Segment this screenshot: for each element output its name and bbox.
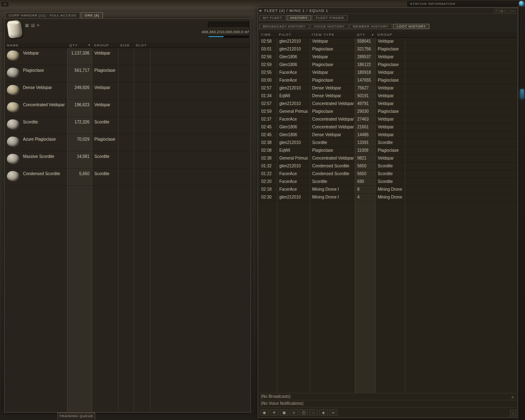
column-header-slot[interactable]: SLOT	[134, 43, 150, 47]
tab-ore-8[interactable]: ORE [8]	[81, 12, 103, 18]
column-header-qty-label: QTY	[69, 43, 78, 47]
table-row[interactable]: 01:32glen212010Condensed Scordite5650Sco…	[259, 162, 517, 170]
table-row[interactable]: Dense Veldspar249,926Veldspar	[5, 82, 250, 100]
table-row[interactable]: 02:18FacerAceMining Drone I8Mining Drone	[259, 186, 517, 194]
loot-group: Veldspar	[375, 53, 405, 61]
item-name: Dense Veldspar	[23, 84, 52, 90]
collapse-triangle-icon[interactable]: ▶	[260, 9, 262, 12]
table-row[interactable]: 03:00FacerAcePlagioclase147655Plagioclas…	[259, 77, 517, 84]
table-row[interactable]: 01:34EqWilDense Veldspar50191Veldspar	[259, 92, 517, 100]
voice-status-text: (No Voice Notifications)	[261, 401, 304, 406]
table-row[interactable]: 02:45Glen1806Concentrated Veldspar21661V…	[259, 123, 517, 131]
loot-group: Veldspar	[375, 155, 405, 162]
item-group: Scordite	[92, 117, 118, 134]
loot-qty: 27463	[355, 116, 375, 123]
table-row[interactable]: 02:59General PrimusPlagioclase29030Plagi…	[259, 108, 517, 116]
loot-pilot: glen212010	[277, 84, 310, 92]
column-header-item-type[interactable]: ITEM TYPE	[310, 33, 355, 37]
column-header-qty[interactable]: QTY ▼	[67, 43, 92, 47]
table-row[interactable]: 02:59Glen1806Plagioclase186122Plagioclas…	[259, 61, 517, 69]
close-button[interactable]: ×	[511, 9, 516, 13]
loot-time: 01:32	[259, 162, 277, 170]
subtab-broadcast-history[interactable]: BROADCAST HISTORY	[259, 24, 309, 29]
table-row[interactable]: 03:01glen212010Plagioclase321756Plagiocl…	[259, 46, 517, 53]
search-input[interactable]	[208, 22, 249, 28]
loot-qty: 186122	[355, 61, 375, 68]
column-header-group[interactable]: GROUP	[92, 43, 118, 47]
table-row[interactable]: 02:55FacerAceVeldspar180918Veldspar	[259, 69, 517, 77]
collapse-chevron-icon[interactable]: »	[509, 396, 516, 399]
details-view-icon[interactable]: ≡	[37, 23, 39, 27]
subtab-loot-history[interactable]: LOOT HISTORY	[393, 24, 429, 29]
tab-my-fleet[interactable]: MY FLEET	[259, 15, 286, 21]
loot-pilot: glen212010	[277, 100, 310, 107]
capacity-bar	[208, 36, 249, 38]
column-header-time[interactable]: TIME	[259, 33, 277, 37]
column-header-qty[interactable]: QTY ▼	[355, 33, 375, 37]
table-row[interactable]: 02:20FacerAceScordite690Scordite	[259, 178, 517, 186]
loot-qty: 11009	[355, 147, 375, 154]
table-row[interactable]: 02:38glen212010Scordite13391Scordite	[259, 139, 517, 147]
info-icon[interactable]: i	[519, 1, 524, 6]
loot-qty: 321756	[355, 46, 375, 53]
table-row[interactable]: Concentrated Veldspar196,623Veldspar	[5, 100, 250, 117]
table-row[interactable]: 02:57glen212010Dense Veldspar75627Veldsp…	[259, 84, 517, 92]
table-row[interactable]: 02:37FacerAceConcentrated Veldspar27463V…	[259, 116, 517, 123]
subtab-member-history[interactable]: MEMBER HISTORY	[349, 24, 393, 29]
station-info-bar[interactable]: STATION INFORMATION	[407, 1, 518, 7]
item-qty: 172,326	[67, 117, 92, 134]
broadcast-status-line[interactable]: (No Broadcasts) »	[259, 393, 517, 400]
tab-corp-hangar-11-full-access[interactable]: CORP HANGAR [11] - FULL ACCESS	[5, 12, 80, 18]
loot-time: 02:57	[259, 84, 277, 92]
table-row[interactable]: Azure Plagioclase70,029Plagioclase	[5, 134, 250, 151]
loot-time: 02:59	[259, 61, 277, 68]
fleet-titlebar[interactable]: ▶ FLEET (4) / WING 1 / SQUAD 1 ?◎−×	[258, 8, 518, 14]
pin-button[interactable]: ◎	[500, 9, 504, 13]
column-header-pilot[interactable]: PILOT	[277, 33, 310, 37]
loot-time: 02:38	[259, 155, 277, 162]
broadcast-hold-icon[interactable]: ≡	[290, 409, 298, 415]
broadcast-eye-icon[interactable]: ◉	[260, 409, 269, 415]
column-header-group[interactable]: GROUP	[375, 33, 405, 37]
minimize-button[interactable]: −	[505, 9, 510, 13]
loot-pilot: Glen1806	[277, 61, 310, 68]
table-row[interactable]: 01:22FacerAceCondensed Scordite5650Scord…	[259, 170, 517, 178]
grid-view-icon[interactable]: ▦	[25, 23, 29, 27]
column-header-name[interactable]: NAME	[5, 43, 67, 47]
neocom-expander[interactable]: »	[1, 1, 9, 7]
table-row[interactable]: Scordite172,326Scordite	[5, 117, 250, 134]
table-row[interactable]: Condensed Scordite5,650Scordite	[5, 169, 250, 186]
side-panel-accent[interactable]	[520, 89, 524, 98]
table-row[interactable]: Plagioclase561,717Plagioclase	[5, 65, 250, 82]
tab-history[interactable]: HISTORY	[287, 15, 311, 21]
table-row[interactable]: 02:58glen212010Veldspar558041Veldspar	[259, 38, 517, 46]
table-row[interactable]: 02:56Glen1806Veldspar289537Veldspar	[259, 53, 517, 61]
broadcast-travel-icon[interactable]: ∴	[309, 409, 318, 415]
column-header-size[interactable]: SIZE	[118, 43, 134, 47]
loot-item-type: Plagioclase	[310, 61, 355, 68]
help-button[interactable]: ?	[494, 9, 499, 13]
table-row[interactable]: 02:57glen212010Concentrated Veldspar4979…	[259, 100, 517, 108]
broadcast-share-icon[interactable]: ∞	[329, 409, 338, 415]
subtab-voice-history[interactable]: VOICE HISTORY	[310, 24, 348, 29]
table-row[interactable]: Veldspar1,137,336Veldspar	[5, 48, 250, 65]
tab-fleet-finder[interactable]: FLEET FINDER	[312, 15, 348, 21]
loot-time: 02:20	[259, 178, 277, 185]
scroll-down-button[interactable]: ↓	[510, 410, 516, 416]
table-row[interactable]: 02:08EqWilPlagioclase11009Plagioclase	[259, 147, 517, 155]
table-row[interactable]: 02:30glen212010Mining Drone I4Mining Dro…	[259, 194, 517, 201]
table-row[interactable]: Massive Scordite14,581Scordite	[5, 151, 250, 169]
voice-status-line[interactable]: (No Voice Notifications)	[259, 400, 517, 407]
item-name: Concentrated Veldspar	[23, 101, 65, 107]
loot-qty: 147655	[355, 77, 375, 84]
list-view-icon[interactable]: ▤	[31, 23, 34, 27]
training-queue-tab[interactable]: TRAINING QUEUE	[57, 413, 95, 420]
view-mode-icons: ▦▤≡	[25, 23, 39, 27]
broadcast-info-icon[interactable]: ⓘ	[299, 409, 308, 415]
broadcast-loot-icon[interactable]: ▣	[280, 409, 288, 415]
broadcast-capacitor-icon[interactable]: ◈	[319, 409, 328, 415]
table-row[interactable]: 02:45Glen1806Dense Veldspar14485Veldspar	[259, 131, 517, 139]
broadcast-target-icon[interactable]: ✛	[270, 409, 278, 415]
loot-group: Veldspar	[375, 69, 405, 76]
table-row[interactable]: 02:38General PrimusConcentrated Veldspar…	[259, 155, 517, 162]
